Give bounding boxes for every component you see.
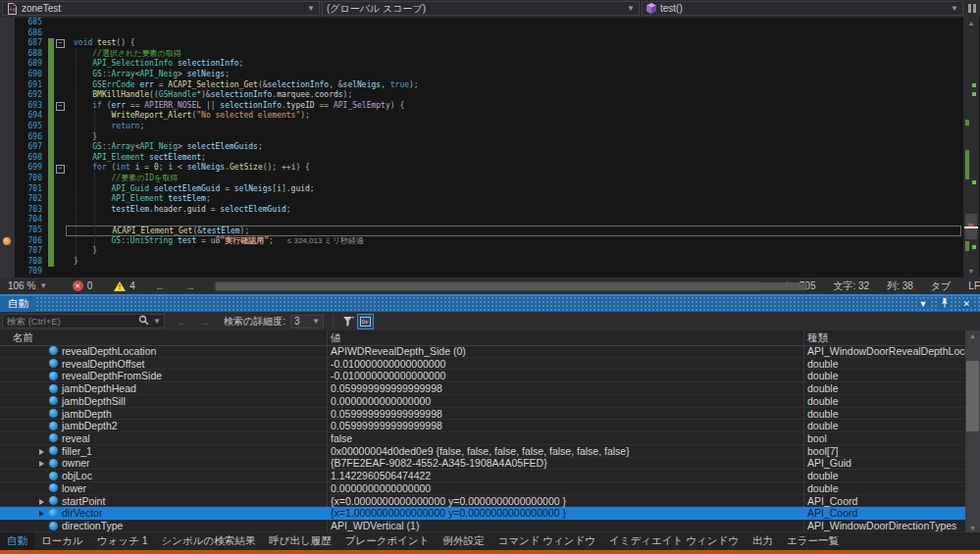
code-line[interactable]: 691 GSErrCode err = ACAPI_Selection_Get(… bbox=[0, 80, 963, 91]
code-line[interactable]: 687−void test() { bbox=[0, 38, 963, 49]
breakpoint-margin[interactable] bbox=[0, 257, 15, 268]
search-depth-dropdown[interactable]: 3 ▼ bbox=[290, 315, 324, 328]
variable-value[interactable]: 0.059999999999999998 bbox=[327, 408, 803, 420]
table-row[interactable]: jambDepthSill0.0000000000000000double bbox=[0, 395, 965, 408]
variable-value[interactable]: 0.0000000000000000 bbox=[327, 482, 803, 494]
breakpoint-margin[interactable] bbox=[0, 111, 15, 122]
search-forward-icon[interactable]: → bbox=[199, 316, 210, 327]
code-line[interactable]: 685 bbox=[0, 18, 963, 28]
variable-value[interactable]: 1.1422960506474422 bbox=[327, 470, 803, 481]
breakpoint-margin[interactable] bbox=[0, 226, 15, 236]
zoom-level-dropdown[interactable]: 106 % ▼ bbox=[8, 280, 51, 291]
grid-scrollbar[interactable]: ▲ ▼ bbox=[965, 330, 980, 534]
fold-collapse-icon[interactable]: − bbox=[54, 101, 66, 112]
variable-value[interactable]: 0x00000004d0ded0e9 {false, false, false,… bbox=[327, 445, 803, 457]
filter-icon[interactable] bbox=[340, 314, 357, 329]
panel-tab-9[interactable]: 出力 bbox=[746, 532, 780, 550]
panel-tab-7[interactable]: コマンド ウィンドウ bbox=[490, 532, 602, 550]
fold-collapse-icon[interactable]: − bbox=[54, 38, 66, 49]
column-header-name[interactable]: 名前 bbox=[13, 331, 33, 345]
breakpoint-margin[interactable] bbox=[0, 153, 15, 164]
table-row[interactable]: revealfalsebool bbox=[0, 432, 965, 445]
pin-icon[interactable] bbox=[939, 298, 951, 310]
window-position-icon[interactable]: ▼ bbox=[917, 299, 930, 309]
variable-value[interactable]: APIWDRevealDepth_Side (0) bbox=[327, 345, 803, 357]
table-row[interactable]: revealDepthOffset-0.010000000000000000do… bbox=[0, 358, 965, 371]
code-line[interactable]: 698 API_Element sectElement; bbox=[0, 153, 963, 164]
expand-arrow-icon[interactable] bbox=[39, 507, 47, 519]
panel-tab-1[interactable]: ローカル bbox=[34, 532, 90, 550]
breakpoint-margin[interactable] bbox=[0, 132, 15, 143]
editor-scrollbar[interactable]: ▲ ▼ bbox=[963, 18, 979, 277]
close-icon[interactable]: ✕ bbox=[960, 299, 972, 309]
table-row[interactable]: jambDepth0.059999999999999998double bbox=[0, 408, 965, 421]
indent-mode-indicator[interactable]: タブ bbox=[931, 279, 951, 293]
table-row[interactable]: startPoint{x=0.0000000000000000 y=0.0000… bbox=[0, 495, 965, 508]
perf-tip[interactable]: ≤ 324,013 ミリ秒経過 bbox=[287, 236, 364, 245]
code-line[interactable]: 690 GS::Array<API_Neig> selNeigs; bbox=[0, 70, 963, 80]
code-line[interactable]: 701 API_Guid selectElemGuid = selNeigs[i… bbox=[0, 184, 963, 195]
table-row[interactable]: revealDepthFromSide-0.010000000000000000… bbox=[0, 370, 965, 382]
code-editor[interactable]: 685686687−void test() {688 //選択された要素の取得6… bbox=[0, 18, 980, 277]
code-line[interactable]: 697 GS::Array<API_Neig> selectElemGuids; bbox=[0, 142, 963, 153]
error-count[interactable]: ✕ 0 bbox=[73, 280, 93, 291]
breakpoint-margin[interactable] bbox=[0, 174, 15, 184]
scope-dropdown[interactable]: (グローバル スコープ) ▼ bbox=[322, 1, 640, 16]
breakpoint-margin[interactable] bbox=[0, 28, 15, 39]
table-row[interactable]: jambDepth20.059999999999999998double bbox=[0, 420, 965, 432]
code-line[interactable]: 705 ACAPI_Element_Get(&testElem); bbox=[0, 226, 963, 236]
variable-value[interactable]: -0.010000000000000000 bbox=[327, 358, 803, 370]
expand-arrow-icon[interactable] bbox=[39, 495, 47, 507]
code-line[interactable]: 707 } bbox=[0, 246, 963, 257]
horizontal-scrollbar-thumb[interactable] bbox=[216, 282, 807, 290]
breakpoint-margin[interactable] bbox=[0, 70, 15, 80]
breakpoint-margin[interactable] bbox=[0, 122, 15, 132]
search-input[interactable] bbox=[3, 316, 138, 327]
chevron-down-icon[interactable]: ▼ bbox=[153, 317, 161, 326]
panel-tab-5[interactable]: ブレークポイント bbox=[338, 532, 437, 550]
panel-tab-10[interactable]: エラー一覧 bbox=[780, 532, 846, 550]
variable-value[interactable]: 0.059999999999999998 bbox=[327, 420, 803, 431]
code-line[interactable]: 686 bbox=[0, 28, 963, 39]
scroll-up-icon[interactable]: ▲ bbox=[963, 18, 979, 29]
table-row[interactable]: directionTypeAPI_WDVertical (1)API_Windo… bbox=[0, 520, 965, 532]
breakpoint-margin[interactable] bbox=[0, 101, 15, 112]
search-icon[interactable] bbox=[138, 315, 149, 327]
column-header-type[interactable]: 種類 bbox=[807, 331, 828, 345]
code-line[interactable]: 688 //選択された要素の取得 bbox=[0, 49, 963, 60]
breakpoint-icon[interactable] bbox=[3, 237, 11, 245]
search-box[interactable]: ▼ bbox=[2, 314, 165, 328]
member-dropdown[interactable]: test() ▼ bbox=[642, 1, 963, 16]
breakpoint-margin[interactable] bbox=[0, 194, 15, 205]
table-row[interactable]: lower0.0000000000000000double bbox=[0, 482, 965, 495]
table-row[interactable]: objLoc1.1422960506474422double bbox=[0, 470, 965, 482]
panel-tab-6[interactable]: 例外設定 bbox=[436, 532, 490, 550]
table-row[interactable]: jambDepthHead0.059999999999999998double bbox=[0, 382, 965, 395]
hex-display-icon[interactable]: 0x bbox=[357, 314, 374, 329]
splitter-icon[interactable] bbox=[965, 2, 978, 15]
column-header-value[interactable]: 値 bbox=[331, 331, 341, 345]
grid-scrollbar-thumb[interactable] bbox=[966, 361, 979, 431]
variable-value[interactable]: false bbox=[327, 432, 803, 444]
breakpoint-margin[interactable] bbox=[0, 163, 15, 174]
breakpoint-margin[interactable] bbox=[0, 267, 15, 277]
variable-value[interactable]: 0.059999999999999998 bbox=[327, 382, 803, 394]
expand-arrow-icon[interactable] bbox=[39, 445, 47, 457]
breakpoint-margin[interactable] bbox=[0, 142, 15, 153]
code-line[interactable]: 703 testElem.header.guid = selectElemGui… bbox=[0, 205, 963, 216]
warning-count[interactable]: ! 4 bbox=[114, 280, 135, 291]
table-row[interactable]: dirVector{x=1.0000000000000000 y=0.00000… bbox=[0, 507, 965, 520]
table-row[interactable]: filler_10x00000004d0ded0e9 {false, false… bbox=[0, 445, 965, 458]
breakpoint-margin[interactable] bbox=[0, 246, 15, 257]
code-line[interactable]: 706 GS::UniString test = u8"実行確認用";≤ 324… bbox=[0, 236, 963, 247]
variable-value[interactable]: {x=0.0000000000000000 y=0.00000000000000… bbox=[327, 495, 803, 507]
project-dropdown[interactable]: +± zoneTest ▼ bbox=[2, 1, 320, 16]
breakpoint-margin[interactable] bbox=[0, 90, 15, 101]
breakpoint-margin[interactable] bbox=[0, 49, 15, 60]
variable-value[interactable]: API_WDVertical (1) bbox=[327, 520, 803, 531]
table-row[interactable]: revealDepthLocationAPIWDRevealDepth_Side… bbox=[0, 345, 965, 358]
scroll-down-icon[interactable]: ▼ bbox=[963, 266, 979, 277]
breakpoint-margin[interactable] bbox=[0, 38, 15, 49]
panel-tab-4[interactable]: 呼び出し履歴 bbox=[262, 532, 338, 550]
breakpoint-margin[interactable] bbox=[0, 215, 15, 226]
